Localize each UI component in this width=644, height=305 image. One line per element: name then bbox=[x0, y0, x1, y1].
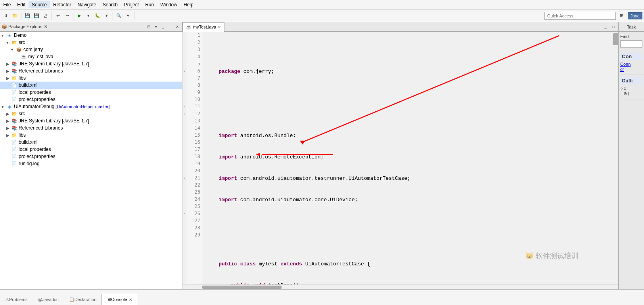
collapse-all-btn[interactable]: ⊟ bbox=[146, 24, 152, 30]
arrow-src: ▾ bbox=[6, 40, 11, 45]
tree-item-jre2[interactable]: ▶ 📚 JRE System Library [JavaSE-1.7] bbox=[0, 117, 182, 124]
save-all-btn[interactable]: 💾 bbox=[32, 11, 41, 20]
toolbar-group-1: ⬇ 📁 bbox=[2, 11, 21, 20]
h-scrollbar-thumb[interactable] bbox=[202, 286, 282, 289]
tree-item-jre1[interactable]: ▶ 📚 JRE System Library [JavaSE-1.7] bbox=[0, 60, 182, 67]
tree-item-comjerry[interactable]: ▾ 📦 com.jerry bbox=[0, 46, 182, 53]
collapse-2[interactable] bbox=[182, 39, 186, 46]
collapse-5[interactable] bbox=[182, 60, 186, 67]
debug-btn[interactable]: 🐛 bbox=[93, 11, 102, 20]
collapse-9[interactable] bbox=[182, 89, 186, 96]
tab-javadoc[interactable]: @ Javadoc bbox=[33, 294, 63, 305]
find-input[interactable] bbox=[620, 40, 642, 48]
tree-item-reflib2[interactable]: ▶ 📚 Referenced Libraries bbox=[0, 124, 182, 132]
collapse-28[interactable] bbox=[182, 224, 186, 231]
conn-link[interactable]: Conn bbox=[620, 62, 642, 67]
menu-file[interactable]: File bbox=[0, 1, 14, 8]
tab-declaration[interactable]: 📋 Declaration bbox=[64, 294, 102, 305]
collapse-1[interactable] bbox=[182, 32, 186, 39]
tab-problems-icon: ⚠ bbox=[5, 297, 9, 302]
quick-access-input[interactable] bbox=[544, 12, 616, 20]
editor-tab-mytest[interactable]: ☕ myTest.java ✕ bbox=[182, 22, 224, 32]
tree-item-src[interactable]: ▾ 📂 src bbox=[0, 39, 182, 46]
save-btn[interactable]: 💾 bbox=[23, 11, 32, 20]
tree-item-libs1[interactable]: ▶ 📁 libs bbox=[0, 74, 182, 82]
print-btn[interactable]: 🖨 bbox=[41, 11, 50, 20]
collapse-20[interactable] bbox=[182, 167, 186, 174]
tree-item-runlog[interactable]: 📄 runlog.log bbox=[0, 160, 182, 167]
tree-item-uiauto[interactable]: ▾ ◈ UiAutomatorDebug [UiAutomatorHelper … bbox=[0, 103, 182, 110]
tab-console-close[interactable]: ✕ bbox=[129, 297, 132, 302]
run-drop[interactable]: ▾ bbox=[84, 11, 93, 20]
label-demo: Demo bbox=[14, 32, 27, 38]
collapse-25[interactable] bbox=[182, 203, 186, 210]
menu-edit[interactable]: Edit bbox=[14, 1, 29, 8]
editor-scrollbar[interactable] bbox=[613, 32, 618, 284]
collapse-24[interactable] bbox=[182, 196, 186, 203]
tree-item-projectprop1[interactable]: 📄 project.properties bbox=[0, 96, 182, 103]
tree-item-mytest[interactable]: ☕ myTest.java bbox=[0, 53, 182, 60]
collapse-22[interactable] bbox=[182, 181, 186, 189]
new-btn[interactable]: ⬇ bbox=[2, 11, 10, 20]
menu-navigate[interactable]: Navigate bbox=[74, 1, 99, 8]
linenum-13: 13 bbox=[187, 117, 203, 124]
tree-item-buildxml1[interactable]: 📄 build.xml bbox=[0, 82, 182, 89]
search-btn[interactable]: 🔍 bbox=[115, 11, 123, 20]
editor-minimize-btn[interactable]: _ bbox=[602, 24, 609, 30]
collapse-23[interactable] bbox=[182, 189, 186, 196]
tab-console[interactable]: 🖥 Console ✕ bbox=[102, 294, 137, 305]
tree-item-reflib1[interactable]: ▶ 📚 Referenced Libraries bbox=[0, 67, 182, 74]
collapse-15[interactable] bbox=[182, 132, 186, 139]
tree-item-libs2[interactable]: ▶ 📁 libs bbox=[0, 132, 182, 139]
collapse-18[interactable] bbox=[182, 153, 186, 160]
tree-item-buildxml2[interactable]: 📄 build.xml bbox=[0, 139, 182, 146]
task-tab[interactable]: Task bbox=[619, 22, 644, 32]
collapse-10[interactable] bbox=[182, 96, 186, 103]
collapse-29[interactable] bbox=[182, 231, 186, 238]
editor-maximize-btn[interactable]: □ bbox=[610, 24, 617, 30]
open-perspective-btn[interactable]: ⊞ bbox=[617, 11, 626, 20]
collapse-14[interactable] bbox=[182, 124, 186, 132]
menu-help[interactable]: Help bbox=[180, 1, 197, 8]
cr-link[interactable]: cr bbox=[620, 67, 642, 72]
collapse-27[interactable] bbox=[182, 217, 186, 224]
tab-close-btn[interactable]: ✕ bbox=[218, 25, 221, 29]
collapse-4[interactable] bbox=[182, 53, 186, 60]
java-perspective-btn[interactable]: Java bbox=[628, 12, 642, 19]
tree-item-projectprop2[interactable]: 📄 project.properties bbox=[0, 153, 182, 160]
collapse-8[interactable] bbox=[182, 82, 186, 89]
horizontal-scrollbar[interactable] bbox=[182, 284, 618, 289]
redo-btn[interactable]: ↪ bbox=[63, 11, 71, 20]
tree-item-localprop1[interactable]: 📄 local.properties bbox=[0, 89, 182, 96]
tree-item-localprop2[interactable]: 📄 local.properties bbox=[0, 146, 182, 153]
menu-search[interactable]: Search bbox=[100, 1, 121, 8]
collapse-19[interactable] bbox=[182, 160, 186, 167]
maximize-btn[interactable]: □ bbox=[167, 24, 173, 30]
collapse-3[interactable] bbox=[182, 46, 186, 53]
run-btn[interactable]: ▶ bbox=[75, 11, 84, 20]
collapse-17[interactable] bbox=[182, 146, 186, 153]
scrollbar-thumb[interactable] bbox=[613, 33, 618, 45]
close-panel-btn[interactable]: ✕ bbox=[174, 24, 180, 30]
outline-item-c[interactable]: ○ c bbox=[620, 86, 642, 91]
menu-project[interactable]: Project bbox=[121, 1, 142, 8]
search-drop[interactable]: ▾ bbox=[124, 11, 132, 20]
collapse-16[interactable] bbox=[182, 139, 186, 146]
undo-btn[interactable]: ↩ bbox=[54, 11, 62, 20]
tree-item-demo[interactable]: ▾ ◈ Demo bbox=[0, 32, 182, 39]
task-tab-label: Task bbox=[627, 25, 636, 29]
minimize-btn[interactable]: _ bbox=[160, 24, 166, 30]
debug-drop[interactable]: ▾ bbox=[102, 11, 111, 20]
menu-source[interactable]: Source bbox=[29, 1, 50, 8]
tree-item-src2[interactable]: ▶ 📂 src bbox=[0, 110, 182, 117]
open-btn[interactable]: 📁 bbox=[11, 11, 19, 20]
outline-item-i[interactable]: ⊕ i bbox=[620, 91, 642, 96]
code-editor[interactable]: package com.jerry; import android.os.Bun… bbox=[203, 32, 613, 284]
tab-problems[interactable]: ⚠ Problems bbox=[0, 294, 33, 305]
panel-menu-btn[interactable]: ▾ bbox=[153, 24, 159, 30]
menu-run[interactable]: Run bbox=[142, 1, 157, 8]
menu-refactor[interactable]: Refactor bbox=[50, 1, 74, 8]
collapse-7[interactable] bbox=[182, 74, 186, 82]
collapse-13[interactable] bbox=[182, 117, 186, 124]
menu-window[interactable]: Window bbox=[157, 1, 180, 8]
